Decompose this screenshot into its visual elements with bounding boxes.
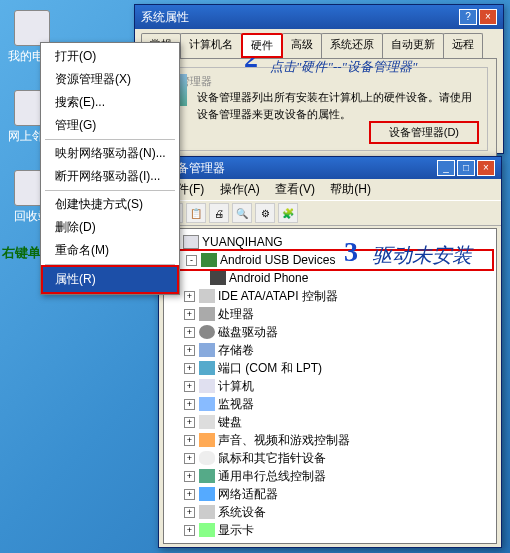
mouse-icon [199, 451, 215, 465]
phone-icon [210, 271, 226, 285]
expand-icon[interactable]: + [184, 345, 195, 356]
tab-computername[interactable]: 计算机名 [180, 33, 242, 58]
tab-autoupdate[interactable]: 自动更新 [382, 33, 444, 58]
annotation-number-3: 3 [344, 236, 358, 268]
tree-usb-controllers[interactable]: +通用串行总线控制器 [166, 467, 494, 485]
help-button[interactable]: ? [459, 9, 477, 25]
menu-rename[interactable]: 重命名(M) [41, 239, 179, 262]
device-manager-button[interactable]: 设备管理器(D) [369, 121, 479, 144]
menu-properties[interactable]: 属性(R) [41, 265, 179, 294]
close-button[interactable]: × [477, 160, 495, 176]
tree-network-adapters[interactable]: +网络适配器 [166, 485, 494, 503]
menu-search[interactable]: 搜索(E)... [41, 91, 179, 114]
menu-manage[interactable]: 管理(G) [41, 114, 179, 137]
tab-remote[interactable]: 远程 [443, 33, 483, 58]
usb-controller-icon [199, 469, 215, 483]
expand-icon[interactable]: + [184, 525, 195, 536]
device-manager-group: 设备管理器 设备管理器列出所有安装在计算机上的硬件设备。请使用设备管理器来更改设… [150, 67, 488, 151]
tree-node-label: 声音、视频和游戏控制器 [218, 431, 350, 449]
menu-delete[interactable]: 删除(D) [41, 216, 179, 239]
menu-explorer[interactable]: 资源管理器(X) [41, 68, 179, 91]
menu-view[interactable]: 查看(V) [275, 182, 315, 196]
groupbox-description: 设备管理器列出所有安装在计算机上的硬件设备。请使用设备管理器来更改设备的属性。 [197, 89, 481, 122]
tree-node-label: 鼠标和其它指针设备 [218, 449, 326, 467]
tree-node-label: 网络适配器 [218, 485, 278, 503]
tree-android-phone[interactable]: Android Phone [166, 269, 494, 287]
window-system-properties: 系统属性 ? × 常规 计算机名 硬件 高级 系统还原 自动更新 远程 设备管理… [134, 4, 504, 154]
tab-strip: 常规 计算机名 硬件 高级 系统还原 自动更新 远程 [135, 29, 503, 58]
window-device-manager: 设备管理器 _ □ × 文件(F) 操作(A) 查看(V) 帮助(H) 🖥 📋 … [158, 156, 502, 548]
tree-node-label: Android Phone [229, 269, 308, 287]
expand-icon[interactable]: + [184, 471, 195, 482]
pc-icon [199, 379, 215, 393]
tree-node-label: 端口 (COM 和 LPT) [218, 359, 322, 377]
display-adapter-icon [199, 523, 215, 537]
tree-computer[interactable]: +计算机 [166, 377, 494, 395]
menu-open[interactable]: 打开(O) [41, 45, 179, 68]
minimize-button[interactable]: _ [437, 160, 455, 176]
toolbar-btn[interactable]: 🖨 [209, 203, 229, 223]
tree-node-label: 监视器 [218, 395, 254, 413]
tree-node-label: 键盘 [218, 413, 242, 431]
toolbar-btn[interactable]: 🧩 [278, 203, 298, 223]
menu-map-drive[interactable]: 映射网络驱动器(N)... [41, 142, 179, 165]
menu-create-shortcut[interactable]: 创建快捷方式(S) [41, 193, 179, 216]
drive-icon [199, 289, 215, 303]
expand-icon[interactable]: + [184, 489, 195, 500]
toolbar-btn[interactable]: 🔍 [232, 203, 252, 223]
expand-icon[interactable]: + [184, 291, 195, 302]
system-device-icon [199, 505, 215, 519]
expand-icon[interactable]: + [184, 399, 195, 410]
tree-storage-volumes[interactable]: +存储卷 [166, 341, 494, 359]
tree-monitors[interactable]: +监视器 [166, 395, 494, 413]
menu-help[interactable]: 帮助(H) [330, 182, 371, 196]
expand-icon[interactable]: + [184, 381, 195, 392]
tree-node-label: 显示卡 [218, 521, 254, 539]
port-icon [199, 361, 215, 375]
toolbar-btn[interactable]: ⚙ [255, 203, 275, 223]
tree-keyboards[interactable]: +键盘 [166, 413, 494, 431]
device-tree[interactable]: -YUANQIHANG -Android USB Devices Android… [163, 228, 497, 544]
tree-system-devices[interactable]: +系统设备 [166, 503, 494, 521]
expand-icon[interactable]: + [184, 453, 195, 464]
context-menu: 打开(O) 资源管理器(X) 搜索(E)... 管理(G) 映射网络驱动器(N)… [40, 42, 180, 295]
toolbar: 🖥 📋 🖨 🔍 ⚙ 🧩 [159, 200, 501, 226]
close-button[interactable]: × [479, 9, 497, 25]
expand-icon[interactable]: + [184, 309, 195, 320]
tree-node-label: Android USB Devices [220, 251, 335, 269]
monitor-icon [199, 397, 215, 411]
tree-processors[interactable]: +处理器 [166, 305, 494, 323]
maximize-button[interactable]: □ [457, 160, 475, 176]
storage-icon [199, 343, 215, 357]
tree-ide-atapi[interactable]: +IDE ATA/ATAPI 控制器 [166, 287, 494, 305]
titlebar[interactable]: 系统属性 ? × [135, 5, 503, 29]
expand-icon[interactable]: + [184, 435, 195, 446]
sound-icon [199, 433, 215, 447]
tree-node-label: 计算机 [218, 377, 254, 395]
tab-systemrestore[interactable]: 系统还原 [321, 33, 383, 58]
tree-mouse-pointing[interactable]: +鼠标和其它指针设备 [166, 449, 494, 467]
toolbar-btn[interactable]: 📋 [186, 203, 206, 223]
tree-display-adapters[interactable]: +显示卡 [166, 521, 494, 539]
expand-icon[interactable]: + [184, 363, 195, 374]
annotation-tip-2: 点击"硬件"--"设备管理器" [270, 58, 418, 76]
menu-disconnect-drive[interactable]: 断开网络驱动器(I)... [41, 165, 179, 188]
tab-advanced[interactable]: 高级 [282, 33, 322, 58]
expand-icon[interactable]: + [184, 507, 195, 518]
expand-icon[interactable]: + [184, 417, 195, 428]
disk-icon [199, 325, 215, 339]
tree-ports[interactable]: +端口 (COM 和 LPT) [166, 359, 494, 377]
collapse-icon[interactable]: - [186, 255, 197, 266]
expand-icon[interactable]: + [184, 327, 195, 338]
menu-action[interactable]: 操作(A) [220, 182, 260, 196]
titlebar[interactable]: 设备管理器 _ □ × [159, 157, 501, 179]
network-adapter-icon [199, 487, 215, 501]
tree-node-label: 处理器 [218, 305, 254, 323]
tab-hardware[interactable]: 硬件 [241, 33, 283, 58]
computer-icon [14, 10, 50, 46]
menu-separator [45, 190, 175, 191]
annotation-tip-3: 驱动未安装 [372, 242, 472, 269]
tree-sound-video-game[interactable]: +声音、视频和游戏控制器 [166, 431, 494, 449]
computer-icon [183, 235, 199, 249]
tree-disk-drives[interactable]: +磁盘驱动器 [166, 323, 494, 341]
